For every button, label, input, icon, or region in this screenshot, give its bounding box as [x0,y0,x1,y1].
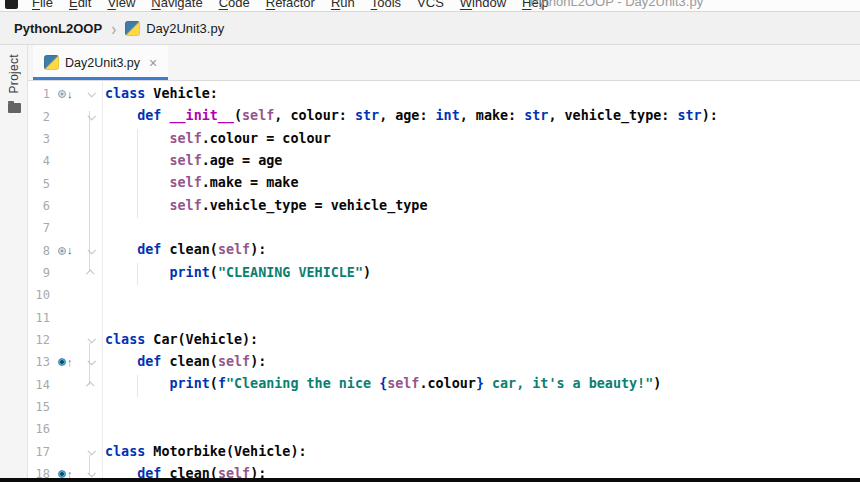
fold-marker[interactable] [76,359,105,365]
token-s: self [218,242,250,257]
code-line[interactable]: 15 [28,396,860,418]
fold-marker[interactable] [76,248,105,254]
python-file-icon [44,55,59,70]
code-line[interactable]: 11 [28,306,860,328]
close-icon[interactable]: × [149,56,157,70]
code-line[interactable]: 2 def __init__(self, colour: str, age: i… [28,105,860,127]
code-text[interactable]: self.vehicle_type = vehicle_type [105,195,860,217]
token-p: ) [653,376,661,391]
fold-marker[interactable] [76,449,105,455]
breadcrumb-project[interactable]: PythonL2OOP [14,21,102,36]
tab-day2unit3[interactable]: Day2Unit3.py × [33,45,168,80]
line-number: 11 [28,311,50,325]
menu-file[interactable]: File [24,0,61,10]
code-line[interactable]: 5 self.make = make [28,172,860,194]
menu-run[interactable]: Run [323,0,363,10]
menu-code[interactable]: Code [211,0,258,10]
fold-marker[interactable] [76,270,105,276]
gutter-icon-overrides-method[interactable]: ↑ [50,469,76,478]
code-line[interactable]: 12class Car(Vehicle): [28,329,860,351]
code-line[interactable]: 8↓ def clean(self): [28,239,860,261]
fold-marker[interactable] [76,337,105,343]
line-number: 7 [28,221,50,235]
code-editor[interactable]: 1↓class Vehicle:2 def __init__(self, col… [28,81,860,478]
folder-icon [8,103,21,113]
project-label: Project [7,54,21,93]
code-text[interactable]: def clean(self): [105,463,860,478]
breadcrumb-file[interactable]: Day2Unit3.py [146,21,224,36]
menu-vcs[interactable]: VCS [409,0,452,10]
code-line[interactable]: 9 print("CLEANING VEHICLE") [28,262,860,284]
breadcrumb: PythonL2OOP › Day2Unit3.py [0,12,860,45]
code-line[interactable]: 13↑ def clean(self): [28,351,860,373]
chevron-right-icon: › [111,17,116,38]
menu-edit[interactable]: Edit [61,0,99,10]
fold-marker[interactable] [76,114,105,120]
gutter-icon-overrides-method[interactable]: ↑ [50,357,76,368]
tool-window-stripe: Project [0,45,28,478]
token-str: "CLEANING VEHICLE" [218,265,363,280]
code-line[interactable]: 16 [28,418,860,440]
token-s: self [218,466,250,478]
code-text[interactable]: self.age = age [105,150,860,172]
token-p [161,108,169,123]
menu-tools[interactable]: Tools [363,0,409,10]
gutter-icon-method-overridden[interactable]: ↓ [50,89,76,100]
code-line[interactable]: 7 [28,217,860,239]
token-s: self [242,108,274,123]
line-number: 17 [28,445,50,459]
token-p: clean( [161,354,217,369]
code-line[interactable]: 6 self.vehicle_type = vehicle_type [28,195,860,217]
code-text[interactable]: class Vehicle: [105,83,860,105]
window-title: PythonL2OOP - Day2Unit3.py [530,0,703,12]
code-text[interactable]: def clean(self): [105,239,860,261]
token-p: Vehicle: [145,86,218,101]
token-p: ): [250,242,266,257]
code-text[interactable]: class Motorbike(Vehicle): [105,441,860,463]
code-text[interactable]: print("CLEANING VEHICLE") [105,262,860,284]
code-line[interactable]: 4 self.age = age [28,150,860,172]
line-number: 6 [28,199,50,213]
code-text[interactable]: def __init__(self, colour: str, age: int… [105,105,860,127]
menu-refactor[interactable]: Refactor [258,0,323,10]
menu-view[interactable]: View [99,0,143,10]
gutter-icon-method-overridden[interactable]: ↓ [50,245,76,256]
token-p: Motorbike(Vehicle): [145,444,306,459]
token-p: .vehicle_type = vehicle_type [202,198,428,213]
code-line[interactable]: 14 print(f"Cleaning the nice {self.colou… [28,373,860,395]
editor-tab-bar: Day2Unit3.py × [28,45,860,81]
code-line[interactable]: 18↑ def clean(self): [28,463,860,478]
tab-label: Day2Unit3.py [65,56,140,70]
token-s: self [218,354,250,369]
code-line[interactable]: 10 [28,284,860,306]
token-p: ): [250,354,266,369]
token-p: .age = age [202,153,283,168]
menu-window[interactable]: Window [452,0,514,10]
code-line[interactable]: 1↓class Vehicle: [28,83,860,105]
fold-marker[interactable] [76,471,105,477]
token-k: f [218,376,226,391]
token-p: , vehicle_type: [548,108,677,123]
fold-marker[interactable] [76,382,105,388]
token-p [105,198,170,213]
token-k: class [105,444,145,459]
code-line[interactable]: 17class Motorbike(Vehicle): [28,441,860,463]
code-text[interactable]: class Car(Vehicle): [105,329,860,351]
code-text[interactable]: self.make = make [105,172,860,194]
code-line[interactable]: 3 self.colour = colour [28,128,860,150]
project-tool-window-button[interactable]: Project [0,54,28,113]
token-str: car, it's a beauty!" [484,376,653,391]
line-number: 12 [28,333,50,347]
fold-marker[interactable] [76,91,105,97]
token-p: .colour [419,376,475,391]
token-p: ( [234,108,242,123]
line-number: 8 [28,244,50,258]
app-logo-icon[interactable] [5,0,18,9]
line-number: 1 [28,87,50,101]
code-text[interactable]: def clean(self): [105,351,860,373]
token-p: ( [210,265,218,280]
code-text[interactable]: self.colour = colour [105,128,860,150]
menu-navigate[interactable]: Navigate [143,0,210,10]
pycharm-window: FileEditViewNavigateCodeRefactorRunTools… [0,0,860,482]
code-text[interactable]: print(f"Cleaning the nice {self.colour} … [105,373,860,395]
